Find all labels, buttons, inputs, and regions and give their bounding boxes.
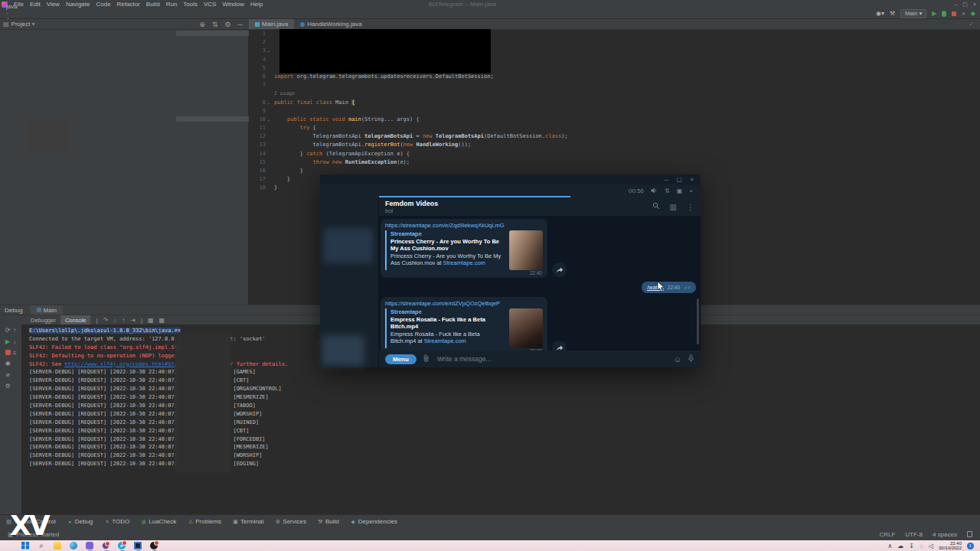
volume-icon[interactable] xyxy=(651,187,658,195)
layout-icon[interactable]: ▦ xyxy=(159,317,165,324)
video-thumbnail[interactable] xyxy=(509,230,543,270)
debug-panel-label[interactable]: Debug xyxy=(5,307,23,314)
toolwindow-button-terminal[interactable]: ▣Terminal xyxy=(233,518,263,525)
toolwindow-button-build[interactable]: ⚒Build xyxy=(318,518,339,525)
tray-clock[interactable]: 22:4030/10/2022 xyxy=(939,541,962,551)
close-icon[interactable]: × xyxy=(973,2,976,8)
menu-refactor[interactable]: Refactor xyxy=(114,1,143,8)
preview-site-name[interactable]: Streamtape xyxy=(390,230,505,237)
search-icon[interactable] xyxy=(652,202,660,211)
menu-tools[interactable]: Tools xyxy=(180,1,201,8)
taskbar-search[interactable]: ⌕ xyxy=(38,542,46,550)
taskbar-clock-app[interactable] xyxy=(102,542,110,550)
close-icon[interactable]: × xyxy=(691,176,694,183)
build-hammer-icon[interactable]: ⚒ xyxy=(890,8,895,19)
taskbar-start-button[interactable] xyxy=(21,542,30,550)
toolwindow-button-services[interactable]: ⚙Services xyxy=(275,518,306,525)
lock-icon[interactable] xyxy=(967,531,972,537)
message-url-link[interactable]: https://streamtape.com/e/Zqd9lekwqXkUqLm… xyxy=(385,222,543,229)
toolwindow-button-problems[interactable]: ⚠Problems xyxy=(188,518,221,525)
close-player-icon[interactable]: × xyxy=(689,187,693,194)
status-segment[interactable]: 4 spaces xyxy=(933,531,957,538)
message-url-link[interactable]: https://streamtape.com/e/rdZVpQOzQetbqeP xyxy=(385,300,543,307)
menu-code[interactable]: Code xyxy=(93,1,113,8)
preview-site-name[interactable]: Streamtape xyxy=(390,308,505,315)
notification-center-badge[interactable]: 1 xyxy=(967,543,974,549)
usage-inlay-hint[interactable]: 1 usage xyxy=(274,90,295,96)
settings-gear-icon[interactable]: ⚙ xyxy=(5,383,11,390)
pip-icon[interactable]: ▣ xyxy=(677,187,683,194)
project-panel[interactable] xyxy=(0,30,249,305)
editor-tab[interactable]: HandleWorking.java xyxy=(294,19,368,29)
layout-icon[interactable]: ▦ xyxy=(148,317,154,324)
taskbar-edge[interactable] xyxy=(70,542,78,550)
blurred-chat-item[interactable] xyxy=(324,228,373,263)
minimize-icon[interactable]: – xyxy=(954,2,957,8)
taskbar-media-app[interactable] xyxy=(150,542,158,550)
toolwindow-button-debug[interactable]: ●Debug xyxy=(67,518,93,525)
scroll-up-icon[interactable]: ↑ xyxy=(13,327,16,334)
project-header-label[interactable]: Project xyxy=(11,21,31,28)
preview-site-link[interactable]: Streamtape.com xyxy=(443,259,485,266)
topics-icon[interactable]: ▥ xyxy=(670,203,677,211)
debug-icon[interactable] xyxy=(942,11,946,17)
menu-window[interactable]: Window xyxy=(219,1,247,8)
hide-icon[interactable]: ─ xyxy=(238,21,243,28)
console-link[interactable]: http://www.slf4j.org/codes.html#Stat xyxy=(64,361,181,367)
wifi-icon[interactable]: ◌ xyxy=(920,543,923,549)
profile-icon[interactable]: ◉▾ xyxy=(876,8,884,19)
stop-icon[interactable] xyxy=(952,11,956,16)
locate-icon[interactable]: ⊕ xyxy=(199,21,205,28)
run-to-cursor-icon[interactable]: ⇥ xyxy=(130,317,136,324)
maximize-icon[interactable]: ▢ xyxy=(677,176,682,183)
stop-icon[interactable] xyxy=(5,350,11,355)
chat-list-sidebar[interactable] xyxy=(320,197,379,367)
step-over-icon[interactable]: ↷ xyxy=(103,317,109,324)
menu-help[interactable]: Help xyxy=(247,1,266,8)
rerun-icon[interactable]: ⟳ xyxy=(5,327,11,334)
video-thumbnail[interactable] xyxy=(509,308,543,348)
fold-icon[interactable]: ▸ xyxy=(266,47,272,55)
run-config-selector[interactable]: Main ▾ xyxy=(900,9,926,18)
view-breakpoints-icon[interactable]: ◉ xyxy=(5,360,11,367)
menu-view[interactable]: View xyxy=(44,1,63,8)
taskbar-file-explorer[interactable] xyxy=(54,542,62,550)
chevron-down-icon[interactable]: ▾ xyxy=(31,21,34,28)
minimize-icon[interactable]: – xyxy=(665,176,668,183)
step-out-icon[interactable]: ↑ xyxy=(122,317,125,324)
scroll-down-icon[interactable]: ↓ xyxy=(13,338,16,345)
menu-navigate[interactable]: Navigate xyxy=(63,1,93,8)
forward-button[interactable] xyxy=(552,262,567,277)
speaker-icon[interactable]: ◁ xyxy=(929,543,933,549)
mute-breakpoints-icon[interactable]: ⌀ xyxy=(6,371,10,378)
more-menu-icon[interactable]: ⋮ xyxy=(687,203,694,211)
debug-session-tab[interactable]: Main xyxy=(31,305,63,315)
onedrive-icon[interactable]: ☁ xyxy=(897,543,903,549)
fold-icon[interactable]: ▸ xyxy=(266,99,272,107)
breadcrumb-item[interactable]: java xyxy=(5,3,42,10)
run-icon[interactable]: ▶ xyxy=(932,8,936,19)
menu-vcs[interactable]: VCS xyxy=(201,1,219,8)
status-segment[interactable]: CRLF xyxy=(879,531,895,538)
bot-menu-button[interactable]: Menu xyxy=(385,354,416,364)
forward-button[interactable] xyxy=(552,341,567,350)
playback-order-icon[interactable]: ⇅ xyxy=(665,187,670,194)
outgoing-message-bubble[interactable]: /watch22:40✓✓ xyxy=(642,282,696,293)
editor-tab[interactable]: Main.java xyxy=(249,19,294,29)
tray-expand-icon[interactable]: ∧ xyxy=(887,543,892,549)
search-everywhere-icon[interactable]: ⌕ xyxy=(962,8,965,19)
scrollbar[interactable] xyxy=(697,298,699,344)
message-input[interactable] xyxy=(436,354,668,364)
expand-collapse-icon[interactable]: ⇅ xyxy=(212,21,218,28)
taskbar-telegram[interactable]: ▸ xyxy=(118,542,126,550)
toolwindow-button-todo[interactable]: ≡TODO xyxy=(104,518,129,525)
soft-wrap-icon[interactable]: ≡ xyxy=(13,350,17,357)
toolwindow-button-dependencies[interactable]: ◈Dependencies xyxy=(351,518,397,525)
maximize-icon[interactable]: ▢ xyxy=(962,2,968,8)
fold-icon[interactable]: ▸ xyxy=(266,116,272,124)
preview-site-link[interactable]: Streamtape.com xyxy=(424,337,466,344)
attach-icon[interactable] xyxy=(423,352,430,366)
chat-title[interactable]: Femdom Videos xyxy=(385,200,438,208)
blurred-chat-item[interactable] xyxy=(322,335,364,366)
usb-icon[interactable]: ↧ xyxy=(909,543,914,549)
